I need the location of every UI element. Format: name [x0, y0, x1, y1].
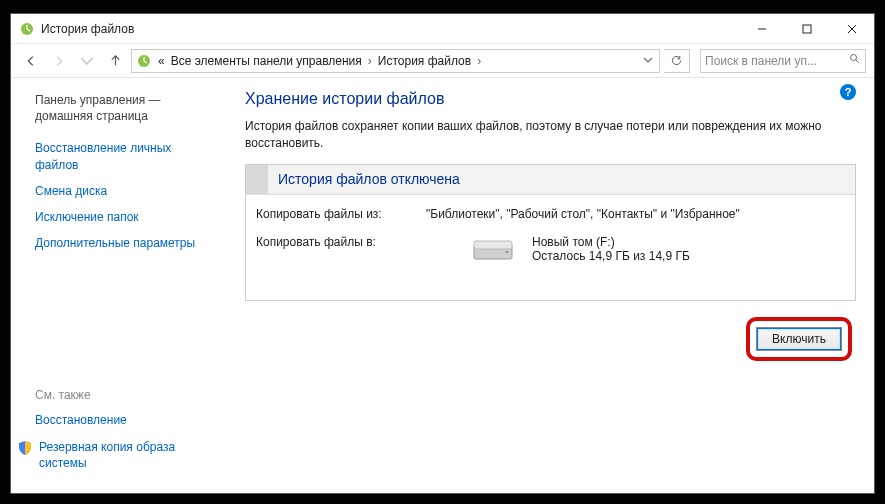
status-stripe: [246, 165, 268, 194]
drive-space: Осталось 14,9 ГБ из 14,9 ГБ: [532, 249, 690, 263]
status-title: История файлов отключена: [268, 165, 460, 194]
address-box[interactable]: « Все элементы панели управления › Истор…: [131, 49, 660, 73]
chevron-right-icon: ›: [475, 54, 483, 68]
svg-point-6: [851, 55, 857, 61]
sidebar-link-change-drive[interactable]: Смена диска: [35, 183, 215, 199]
location-icon: [136, 53, 152, 69]
address-dropdown[interactable]: [639, 54, 657, 68]
shield-icon: [17, 440, 33, 456]
breadcrumb-prefix: «: [156, 54, 167, 68]
sidebar: Панель управления — домашняя страница Во…: [11, 78, 227, 493]
close-button[interactable]: [829, 14, 874, 43]
recent-dropdown[interactable]: [75, 49, 99, 73]
forward-button[interactable]: [47, 49, 71, 73]
main-panel: ? Хранение истории файлов История файлов…: [227, 78, 874, 493]
sidebar-item-label: Резервная копия образа системы: [39, 439, 215, 471]
back-button[interactable]: [19, 49, 43, 73]
sidebar-link-recovery[interactable]: Восстановление: [35, 412, 215, 428]
window-title: История файлов: [41, 22, 739, 36]
sidebar-link-exclude[interactable]: Исключение папок: [35, 209, 215, 225]
drive-info: Новый том (F:) Осталось 14,9 ГБ из 14,9 …: [532, 235, 690, 263]
refresh-button[interactable]: [664, 49, 690, 73]
page-heading: Хранение истории файлов: [245, 90, 856, 108]
address-bar: « Все элементы панели управления › Истор…: [11, 44, 874, 78]
enable-button[interactable]: Включить: [756, 327, 842, 351]
status-body: Копировать файлы из: "Библиотеки", "Рабо…: [246, 195, 855, 300]
status-box: История файлов отключена Копировать файл…: [245, 164, 856, 301]
window: История файлов « Все элементы панели упр…: [10, 13, 875, 494]
breadcrumb-item[interactable]: История файлов: [376, 54, 473, 68]
drive-name: Новый том (F:): [532, 235, 690, 249]
search-icon: [849, 53, 861, 68]
breadcrumb-item[interactable]: Все элементы панели управления: [169, 54, 364, 68]
copy-from-value: "Библиотеки", "Рабочий стол", "Контакты"…: [426, 207, 740, 221]
titlebar: История файлов: [11, 14, 874, 44]
svg-rect-9: [474, 241, 512, 249]
sidebar-link-system-backup[interactable]: Резервная копия образа системы: [17, 439, 215, 481]
svg-point-10: [506, 250, 509, 253]
help-button[interactable]: ?: [840, 84, 856, 100]
sidebar-home[interactable]: Панель управления — домашняя страница: [35, 92, 215, 124]
up-button[interactable]: [103, 49, 127, 73]
see-also-label: См. также: [35, 388, 215, 402]
sidebar-link-advanced[interactable]: Дополнительные параметры: [35, 235, 215, 251]
action-row: Включить: [245, 317, 856, 361]
maximize-button[interactable]: [784, 14, 829, 43]
svg-rect-2: [803, 25, 811, 33]
window-controls: [739, 14, 874, 43]
copy-from-row: Копировать файлы из: "Библиотеки", "Рабо…: [256, 207, 845, 221]
status-header: История файлов отключена: [246, 165, 855, 195]
search-input[interactable]: Поиск в панели уп...: [700, 49, 866, 73]
page-description: История файлов сохраняет копии ваших фай…: [245, 118, 856, 152]
copy-from-label: Копировать файлы из:: [256, 207, 426, 221]
copy-to-row: Копировать файлы в: Новый том (F:) Остал…: [256, 235, 845, 268]
svg-line-7: [856, 60, 859, 63]
app-icon: [19, 21, 35, 37]
highlight-annotation: Включить: [746, 317, 852, 361]
chevron-right-icon: ›: [366, 54, 374, 68]
copy-to-label: Копировать файлы в:: [256, 235, 426, 249]
minimize-button[interactable]: [739, 14, 784, 43]
search-placeholder: Поиск в панели уп...: [705, 54, 817, 68]
sidebar-link-restore[interactable]: Восстановление личных файлов: [35, 140, 215, 172]
drive-icon: [472, 235, 514, 268]
content-area: Панель управления — домашняя страница Во…: [11, 78, 874, 493]
